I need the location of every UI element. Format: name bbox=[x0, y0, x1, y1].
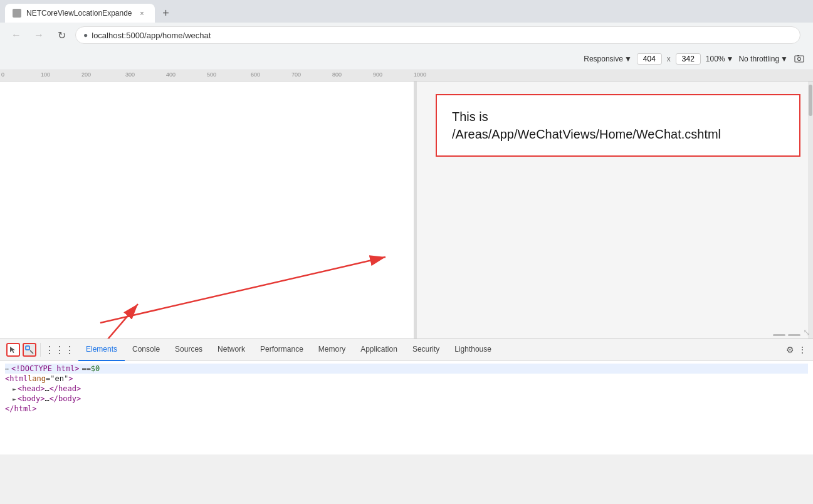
viewport-width-input[interactable] bbox=[637, 53, 662, 65]
dom-line-html[interactable]: <html lang =" en " > bbox=[5, 374, 808, 384]
browser-window: NETCoreViewLocationExpande × + ← → ↻ ● l… bbox=[0, 0, 813, 504]
zoom-dropdown[interactable]: 100% ▼ bbox=[706, 55, 734, 63]
svg-rect-2 bbox=[797, 55, 799, 56]
url-bar[interactable]: ● localhost:5000/app/home/wechat bbox=[75, 26, 800, 44]
devtools-extra-icons: ⚙ ⋮ bbox=[782, 344, 810, 356]
highlighted-content-text: This is /Areas/App/WeChatViews/Home/WeCh… bbox=[452, 108, 784, 143]
tab-bar: NETCoreViewLocationExpande × + bbox=[0, 0, 813, 23]
devtools-dots-menu[interactable]: ⋮⋮⋮ bbox=[41, 344, 78, 356]
dom-line-html-close[interactable]: </html> bbox=[5, 404, 808, 414]
devtools-panel: ⋮⋮⋮ Elements Console Sources Network Per… bbox=[0, 339, 813, 454]
url-text: localhost:5000/app/home/wechat bbox=[92, 31, 792, 40]
devtools-tab-bar: ⋮⋮⋮ Elements Console Sources Network Per… bbox=[0, 339, 813, 361]
url-lock-icon: ● bbox=[83, 31, 88, 39]
svg-rect-0 bbox=[795, 56, 804, 62]
resize-corner-icon[interactable]: ⤡ bbox=[803, 327, 810, 337]
devtools-more-icon[interactable]: ⋮ bbox=[797, 344, 808, 356]
svg-line-8 bbox=[30, 350, 33, 354]
tab-security[interactable]: Security bbox=[405, 339, 447, 361]
tab-favicon bbox=[13, 9, 21, 18]
dom-line-doctype[interactable]: ⋯ <!DOCTYPE html> == $0 bbox=[5, 364, 808, 374]
back-button[interactable]: ← bbox=[8, 26, 25, 44]
cursor-icon[interactable] bbox=[6, 343, 20, 357]
svg-line-6 bbox=[81, 304, 138, 339]
dimension-separator: x bbox=[667, 55, 671, 63]
scrollbar-thumb[interactable] bbox=[809, 85, 812, 116]
viewport-area: This is /Areas/App/WeChatViews/Home/WeCh… bbox=[0, 81, 813, 339]
tab-application[interactable]: Application bbox=[353, 339, 405, 361]
viewport-right-pane: This is /Areas/App/WeChatViews/Home/WeCh… bbox=[416, 81, 813, 339]
reload-button[interactable]: ↻ bbox=[53, 26, 70, 44]
active-tab[interactable]: NETCoreViewLocationExpande × bbox=[5, 4, 155, 23]
inspect-element-icon[interactable] bbox=[23, 343, 36, 357]
svg-line-5 bbox=[100, 257, 386, 323]
viewport-scrollbar[interactable] bbox=[808, 81, 813, 339]
tab-lighthouse[interactable]: Lighthouse bbox=[447, 339, 499, 361]
highlighted-content-box: This is /Areas/App/WeChatViews/Home/WeCh… bbox=[436, 94, 800, 157]
viewport-left-pane bbox=[0, 81, 414, 339]
responsive-dropdown[interactable]: Responsive ▼ bbox=[584, 55, 632, 63]
resize-handle[interactable] bbox=[773, 334, 800, 336]
devtools-icon-buttons bbox=[3, 343, 41, 357]
new-tab-button[interactable]: + bbox=[157, 4, 175, 22]
devtools-responsive-toolbar: Responsive ▼ x 100% ▼ No throttling ▼ bbox=[0, 48, 813, 70]
tab-sources[interactable]: Sources bbox=[167, 339, 210, 361]
dom-line-head[interactable]: ► <head> … </head> bbox=[13, 384, 808, 394]
dom-line-body[interactable]: ► <body> … </body> bbox=[13, 394, 808, 404]
tab-title: NETCoreViewLocationExpande bbox=[26, 9, 132, 18]
forward-button[interactable]: → bbox=[30, 26, 48, 44]
tab-network[interactable]: Network bbox=[210, 339, 253, 361]
tab-memory[interactable]: Memory bbox=[311, 339, 353, 361]
svg-point-1 bbox=[798, 57, 801, 60]
devtools-dom-content: ⋯ <!DOCTYPE html> == $0 <html lang =" en… bbox=[0, 361, 813, 416]
tab-performance[interactable]: Performance bbox=[253, 339, 311, 361]
svg-rect-7 bbox=[26, 346, 29, 350]
ruler: 0 100 200 300 400 500 600 700 800 900 10… bbox=[0, 70, 813, 81]
devtools-settings-icon[interactable]: ⚙ bbox=[785, 344, 795, 356]
viewport-height-input[interactable] bbox=[676, 53, 701, 65]
address-bar: ← → ↻ ● localhost:5000/app/home/wechat bbox=[0, 23, 813, 48]
throttle-dropdown[interactable]: No throttling ▼ bbox=[738, 55, 788, 63]
red-arrows-overlay bbox=[0, 81, 414, 339]
tab-elements[interactable]: Elements bbox=[78, 339, 125, 361]
tab-console[interactable]: Console bbox=[125, 339, 167, 361]
tab-close-button[interactable]: × bbox=[137, 8, 147, 18]
capture-screenshot-icon[interactable] bbox=[793, 53, 805, 65]
